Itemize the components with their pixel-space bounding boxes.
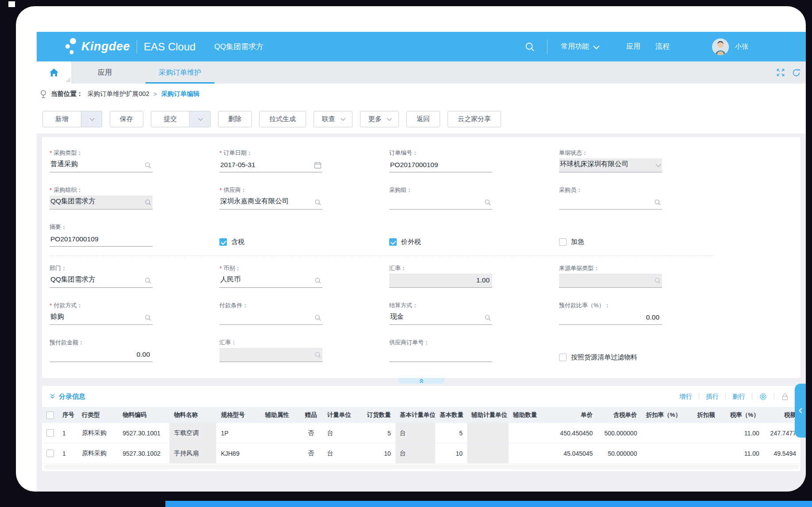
search-icon[interactable] <box>145 199 152 206</box>
purchaser-input[interactable] <box>559 195 662 210</box>
cell-tax-price[interactable]: 50.000000 <box>597 443 641 464</box>
search-icon[interactable] <box>484 314 491 321</box>
breadcrumb-parent[interactable]: 采购订单维护扩展002 <box>88 90 149 98</box>
back-button[interactable]: 返回 <box>406 111 440 127</box>
order-date-input[interactable]: 2017-05-31 <box>219 158 322 172</box>
cell-gift[interactable]: 否 <box>299 443 323 464</box>
col-header[interactable]: 基本计量单位 <box>395 407 435 423</box>
linked-query-button[interactable]: 联查 <box>314 111 352 127</box>
submit-button[interactable]: 提交 <box>151 111 211 127</box>
cell-gift[interactable]: 否 <box>299 423 323 443</box>
header-search-button[interactable] <box>524 41 536 53</box>
col-header[interactable]: 行类型 <box>77 407 118 423</box>
cell-base-unit[interactable]: 台 <box>395 423 435 443</box>
col-header[interactable]: 折扣额 <box>683 407 720 423</box>
order-no-input[interactable]: PO2017000109 <box>389 158 492 172</box>
cell-aux-qty[interactable] <box>509 423 544 443</box>
add-row-button[interactable]: 增行 <box>679 393 692 401</box>
cell-material-code[interactable]: 9527.30.1001 <box>118 423 169 443</box>
pull-generate-button[interactable]: 拉式生成 <box>259 111 306 127</box>
cell-tax-price[interactable]: 500.000000 <box>597 423 641 443</box>
search-icon[interactable] <box>654 199 661 206</box>
extra-tax-checkbox[interactable]: 价外税 <box>389 238 552 246</box>
col-header[interactable]: 物料编码 <box>118 407 169 423</box>
add-dropdown-button[interactable] <box>81 111 102 127</box>
entries-section-toggle[interactable]: 分录信息 <box>50 393 85 401</box>
add-button[interactable]: 新增 <box>42 111 102 127</box>
search-icon[interactable] <box>314 199 322 206</box>
col-header[interactable]: 辅助数量 <box>509 407 544 423</box>
grid-settings-button[interactable] <box>759 393 767 401</box>
filter-by-source-list-checkbox[interactable]: 按照货源清单过滤物料 <box>559 353 721 362</box>
lock-button[interactable] <box>781 393 789 401</box>
cell-unit-price[interactable]: 450.450450 <box>544 423 597 443</box>
col-header[interactable]: 辅助属性 <box>261 407 299 423</box>
purchase-org-input[interactable]: QQ集团需求方 <box>50 195 153 210</box>
supplier-input[interactable]: 深圳永嘉商业有限公司 <box>219 195 322 210</box>
settlement-method-input[interactable]: 现金 <box>389 311 492 325</box>
doc-status-select[interactable]: 环球机床深圳有限公司 <box>559 158 662 172</box>
search-icon[interactable] <box>484 199 491 206</box>
tax-included-checkbox[interactable]: 含税 <box>219 238 382 246</box>
payment-method-input[interactable]: 赊购 <box>50 311 153 325</box>
right-flyout-handle[interactable] <box>795 384 806 438</box>
cell-unit[interactable]: 台 <box>323 423 358 443</box>
cell-aux-unit[interactable] <box>467 443 509 464</box>
refresh-button[interactable] <box>791 68 801 78</box>
cell-tax-amount[interactable]: 49.5494 <box>764 443 801 464</box>
col-header[interactable]: 含税单价 <box>597 407 641 423</box>
supplier-order-no-input[interactable] <box>389 348 492 362</box>
purchase-group-input[interactable] <box>389 195 492 210</box>
cell-aux-qty[interactable] <box>509 443 544 464</box>
search-icon[interactable] <box>145 277 152 284</box>
prepay-ratio-input[interactable]: 0.00 <box>559 311 662 325</box>
cell-tax-rate[interactable]: 11.00 <box>720 443 764 464</box>
cell-order-qty[interactable]: 5 <box>358 423 395 443</box>
cell-material-name[interactable]: 手持风扇 <box>169 443 216 464</box>
search-icon[interactable] <box>314 314 322 321</box>
col-header[interactable]: 订货数量 <box>358 407 395 423</box>
cell-order-qty[interactable]: 10 <box>358 443 395 464</box>
cell-material-code[interactable]: 9527.30.1002 <box>118 443 169 464</box>
cell-unit-price[interactable]: 45.045045 <box>544 443 597 464</box>
cell-spec-model[interactable]: 1P <box>216 423 260 443</box>
menu-applications[interactable]: 应用 <box>626 42 640 51</box>
search-icon[interactable] <box>145 314 152 321</box>
col-header[interactable]: 折扣率（%） <box>641 407 683 423</box>
menu-workflow[interactable]: 流程 <box>655 42 670 51</box>
col-header[interactable]: 单价 <box>544 407 597 423</box>
submit-dropdown-button[interactable] <box>189 111 210 127</box>
more-button[interactable]: 更多 <box>360 111 399 127</box>
cell-seq[interactable]: 1 <box>58 443 77 464</box>
cell-seq[interactable]: 1 <box>58 423 77 443</box>
col-header[interactable]: 赠品 <box>299 407 323 423</box>
cell-discount-rate[interactable] <box>641 423 683 443</box>
search-icon[interactable] <box>145 162 152 169</box>
cell-base-qty[interactable]: 5 <box>435 423 467 443</box>
urgent-checkbox[interactable]: 加急 <box>559 238 721 246</box>
delete-button[interactable]: 删除 <box>218 111 252 127</box>
cell-row-type[interactable]: 原料采购 <box>77 423 118 443</box>
cell-tax-rate[interactable]: 11.00 <box>720 423 764 443</box>
insert-row-button[interactable]: 插行 <box>706 393 719 401</box>
tab-purchase-order-maintenance[interactable]: 采购订单维护 <box>138 61 222 84</box>
cell-row-type[interactable]: 原料采购 <box>77 443 118 464</box>
search-icon[interactable] <box>314 277 322 284</box>
col-header[interactable]: 辅助计量单位 <box>467 407 509 423</box>
row-checkbox[interactable] <box>42 443 58 464</box>
delete-row-button[interactable]: 删行 <box>732 393 745 401</box>
col-header[interactable]: 序号 <box>58 407 77 423</box>
col-header[interactable]: 规格型号 <box>216 407 260 423</box>
summary-input[interactable]: PO2017000109 <box>50 233 153 247</box>
tab-applications[interactable]: 应用 <box>71 61 138 84</box>
cell-aux-attr[interactable] <box>261 443 299 464</box>
cell-base-qty[interactable]: 10 <box>435 443 467 464</box>
col-header[interactable]: 税率（%） <box>720 407 764 423</box>
cell-discount-rate[interactable] <box>641 443 683 464</box>
menu-frequent-functions[interactable]: 常用功能 <box>561 42 598 51</box>
payment-terms-input[interactable] <box>219 311 322 325</box>
collapse-form-handle[interactable] <box>398 378 444 384</box>
user-name[interactable]: 小张 <box>735 42 748 51</box>
cell-base-unit[interactable]: 台 <box>395 443 435 464</box>
horizontal-scrollbar[interactable] <box>44 465 799 469</box>
